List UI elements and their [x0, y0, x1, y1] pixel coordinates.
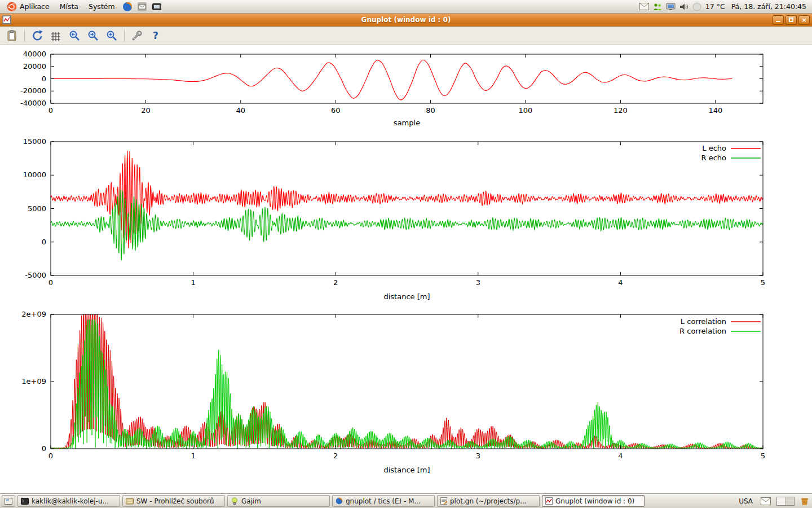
- taskbar-right: USA: [736, 497, 810, 506]
- y-tick-label: 0: [42, 238, 46, 246]
- y-tick-label: 2e+09: [21, 310, 46, 318]
- show-desktop-button[interactable]: [2, 495, 15, 507]
- y-tick-label: 1e+09: [21, 377, 46, 386]
- firefox-launcher[interactable]: [121, 2, 134, 12]
- legend-label: L echo: [702, 144, 726, 152]
- task-label: kaklik@kaklik-kolej-u...: [32, 497, 109, 505]
- x-tick-label: 140: [708, 106, 722, 115]
- x-tick-label: 3: [476, 452, 480, 460]
- ubuntu-logo-icon: [7, 2, 17, 12]
- temperature-readout[interactable]: 17 °C: [705, 2, 725, 11]
- zoom-next-button[interactable]: [86, 28, 100, 43]
- plot-canvas[interactable]: 020406080100120140-40000-200000200004000…: [0, 45, 812, 493]
- mail-notify-icon[interactable]: [639, 3, 649, 10]
- gnuplot-icon: [545, 497, 553, 505]
- keyboard-layout-indicator[interactable]: USA: [736, 497, 755, 505]
- task-button-editor[interactable]: plot.gn (~/projects/p...: [437, 495, 540, 507]
- task-label: Gnuplot (window id : 0): [555, 497, 634, 505]
- gnome-top-panel: Aplikace Místa Systém: [0, 0, 812, 14]
- close-button[interactable]: ×: [798, 15, 810, 25]
- x-axis-label: sample: [394, 119, 420, 127]
- clock-applet[interactable]: Pá, 18. září, 21:40:45: [729, 2, 809, 11]
- workspace-switcher[interactable]: [776, 497, 795, 506]
- task-label: SW - Prohlížeč souborů: [136, 497, 214, 505]
- maximize-button[interactable]: [785, 15, 797, 25]
- x-axis-label: distance [m]: [383, 292, 430, 301]
- bottom-taskbar: kaklik@kaklik-kolej-u... SW - Prohlížeč …: [0, 493, 812, 508]
- minimize-button[interactable]: [773, 15, 784, 25]
- x-tick-label: 0: [48, 106, 53, 115]
- minimize-icon: [776, 18, 780, 22]
- y-tick-label: 10000: [23, 170, 46, 179]
- users-icon[interactable]: [653, 3, 662, 11]
- help-icon: ?: [153, 30, 158, 41]
- panel-left: Aplikace Místa Systém: [2, 0, 164, 13]
- mail-tray-icon[interactable]: [761, 497, 771, 505]
- replot-refresh-icon: [31, 29, 43, 42]
- workspace-cell[interactable]: [785, 497, 794, 505]
- task-button-file-manager[interactable]: SW - Prohlížeč souborů: [122, 495, 225, 507]
- y-tick-label: 20000: [23, 62, 46, 71]
- x-tick-label: 20: [141, 106, 151, 115]
- file-manager-icon: [126, 498, 134, 505]
- x-tick-label: 80: [426, 106, 435, 115]
- y-tick-label: 15000: [23, 137, 46, 146]
- x-tick-label: 1: [191, 452, 195, 460]
- maximize-icon: [789, 17, 793, 22]
- replot-button[interactable]: [30, 28, 45, 43]
- copy-clipboard-button[interactable]: [5, 28, 19, 43]
- x-tick-label: 5: [761, 452, 765, 460]
- toggle-grid-button[interactable]: [48, 28, 63, 43]
- clipboard-icon: [6, 29, 18, 42]
- weather-icon[interactable]: [692, 2, 701, 11]
- x-tick-label: 60: [331, 106, 341, 115]
- x-tick-label: 3: [476, 278, 480, 287]
- series-signal: [51, 60, 732, 100]
- x-tick-label: 4: [618, 452, 623, 460]
- toolbar-separator: [124, 29, 125, 42]
- x-tick-label: 2: [333, 278, 338, 287]
- zoom-next-icon: [87, 29, 99, 42]
- task-button-gnuplot[interactable]: Gnuplot (window id : 0): [542, 495, 645, 507]
- gnuplot-plots: 020406080100120140-40000-200000200004000…: [0, 45, 812, 493]
- window-title: Gnuplot (window id : 0): [0, 16, 812, 24]
- task-button-firefox[interactable]: gnuplot / tics (E) - M...: [332, 495, 435, 507]
- trash-icon[interactable]: [800, 497, 809, 506]
- menu-applications[interactable]: Aplikace: [2, 0, 54, 13]
- terminal-icon: [21, 498, 29, 505]
- y-tick-label: 40000: [23, 50, 46, 58]
- help-button[interactable]: ?: [148, 28, 163, 43]
- window-titlebar[interactable]: Gnuplot (window id : 0) ×: [0, 14, 812, 27]
- volume-icon[interactable]: [679, 3, 689, 11]
- menu-places[interactable]: Místa: [55, 0, 83, 13]
- x-tick-label: 4: [618, 278, 623, 287]
- zoom-previous-icon: [68, 29, 81, 42]
- menu-places-label: Místa: [60, 0, 78, 13]
- menu-applications-label: Aplikace: [20, 0, 50, 13]
- x-tick-label: 0: [48, 278, 53, 287]
- y-tick-label: 0: [42, 75, 46, 83]
- display-icon[interactable]: [666, 3, 676, 11]
- task-label: gnuplot / tics (E) - M...: [346, 497, 421, 505]
- mail-client-icon: [137, 2, 147, 12]
- toolbar-separator: [24, 29, 25, 42]
- x-tick-label: 2: [333, 452, 338, 460]
- task-button-gajim[interactable]: Gajim: [227, 495, 330, 507]
- workspace-cell[interactable]: [777, 497, 785, 505]
- zoom-previous-button[interactable]: [67, 28, 82, 43]
- screenshot-launcher[interactable]: [150, 2, 164, 12]
- plot-border: [51, 54, 763, 103]
- x-tick-label: 5: [761, 278, 765, 287]
- y-tick-label: -5000: [25, 271, 46, 279]
- menu-system[interactable]: Systém: [84, 0, 120, 13]
- text-editor-icon: [440, 497, 447, 505]
- task-button-terminal[interactable]: kaklik@kaklik-kolej-u...: [17, 495, 120, 507]
- series-r-correlation: [51, 320, 763, 449]
- autoscale-button[interactable]: [104, 28, 119, 43]
- window-controls: ×: [773, 15, 810, 25]
- screenshot-icon: [152, 2, 162, 12]
- x-tick-label: 100: [519, 106, 533, 115]
- mail-launcher[interactable]: [135, 2, 149, 12]
- x-tick-label: 0: [48, 452, 53, 460]
- configure-button[interactable]: [130, 28, 144, 43]
